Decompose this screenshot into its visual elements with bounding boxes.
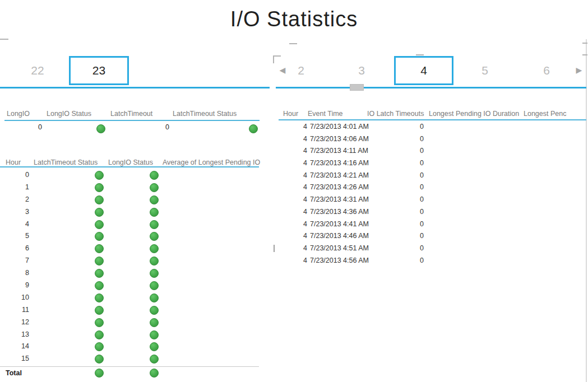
io-latch-timeouts-cell: 0: [391, 243, 424, 255]
table-row[interactable]: 9: [0, 279, 259, 292]
column-header-latchtimeout[interactable]: LatchTimeout: [110, 110, 152, 118]
column-header-hour[interactable]: Hour: [283, 110, 298, 118]
resize-handle-icon: [582, 54, 587, 55]
table-row[interactable]: 47/23/2013 4:36 AM0: [279, 206, 588, 218]
hour-cell: 15: [8, 353, 29, 365]
latchtimeout-status-dot-icon: [95, 183, 104, 192]
page-slicer-item-5[interactable]: 5: [472, 63, 498, 78]
latchtimeout-status-dot-icon: [95, 294, 104, 302]
table-row[interactable]: 15: [0, 353, 259, 365]
event-time-cell: 7/23/2013 4:11 AM: [310, 145, 368, 157]
longio-status-dot-icon: [150, 330, 159, 339]
page-slicer-item-4-selected[interactable]: 4: [394, 56, 453, 85]
column-header-latchtimeout-status[interactable]: LatchTimeout Status: [173, 110, 237, 118]
table-row[interactable]: 47/23/2013 4:11 AM0: [279, 145, 588, 157]
resize-handle-icon: [582, 43, 587, 44]
hour-cell: 4: [290, 145, 307, 157]
latchtimeout-status-dot-icon: [95, 342, 104, 351]
table-row[interactable]: 47/23/2013 4:41 AM0: [279, 218, 588, 231]
table-row[interactable]: 47/23/2013 4:06 AM0: [279, 133, 588, 146]
io-latch-timeouts-cell: 0: [391, 157, 424, 170]
hour-slicer-item-22[interactable]: 22: [25, 63, 50, 78]
table-row[interactable]: 47/23/2013 4:46 AM0: [279, 230, 588, 243]
table-row[interactable]: 5: [0, 230, 259, 243]
latchtimeout-status-dot-icon: [95, 355, 104, 364]
table-row[interactable]: 0: [0, 169, 259, 181]
header-underline: [4, 120, 260, 121]
page-slicer-item-3[interactable]: 3: [349, 63, 374, 78]
table-row[interactable]: 11: [0, 304, 259, 316]
event-time-cell: 7/23/2013 4:16 AM: [310, 157, 369, 170]
longio-status-dot-icon: [150, 342, 159, 351]
latchtimeout-status-dot-icon: [95, 281, 104, 290]
table-row[interactable]: 47/23/2013 4:31 AM0: [279, 194, 588, 206]
page-slicer-item-2[interactable]: 2: [288, 63, 314, 78]
table-row[interactable]: 13: [0, 329, 259, 341]
longio-status-dot-icon: [150, 195, 159, 204]
table-row[interactable]: 47/23/2013 4:26 AM0: [279, 181, 588, 194]
hour-slicer-track: [0, 87, 270, 88]
event-time-cell: 7/23/2013 4:01 AM: [310, 121, 369, 133]
table-row[interactable]: 47/23/2013 4:56 AM0: [279, 255, 588, 267]
hour-slicer-item-23-selected[interactable]: 23: [69, 56, 129, 85]
table-row[interactable]: 7: [0, 255, 259, 267]
hour-cell: 4: [290, 170, 307, 182]
slicer-next-arrow-icon[interactable]: ▶: [574, 64, 584, 76]
total-row[interactable]: Total: [0, 367, 259, 379]
event-time-cell: 7/23/2013 4:31 AM: [310, 194, 369, 206]
event-time-cell: 7/23/2013 4:06 AM: [310, 133, 369, 146]
longio-status-dot-icon: [150, 183, 159, 192]
io-latch-timeouts-cell: 0: [391, 194, 424, 206]
hour-cell: 1: [8, 181, 29, 194]
hour-cell: 4: [290, 121, 307, 133]
event-time-cell: 7/23/2013 4:56 AM: [310, 255, 369, 267]
hour-cell: 12: [8, 316, 29, 329]
table-row[interactable]: 47/23/2013 4:16 AM0: [279, 157, 588, 170]
table-row[interactable]: 2: [0, 194, 259, 206]
table-row[interactable]: 4: [0, 218, 259, 231]
latchtimeout-status-dot-icon: [95, 220, 104, 229]
column-header-longio-status[interactable]: LongIO Status: [47, 110, 91, 118]
column-header-event-time[interactable]: Event Time: [308, 110, 343, 118]
table-row[interactable]: 6: [0, 243, 259, 255]
io-latch-timeouts-cell: 0: [391, 145, 424, 157]
latchtimeout-status-dot-icon: [95, 369, 104, 378]
hour-cell: 4: [290, 181, 307, 194]
page-title: I/O Statistics: [0, 7, 588, 31]
hour-cell: 4: [290, 243, 307, 255]
longio-status-dot-icon: [150, 281, 159, 290]
slicer-scrollbar-thumb[interactable]: [350, 84, 364, 91]
longio-value: 0: [22, 123, 42, 131]
column-header-longio[interactable]: LongIO: [7, 110, 30, 118]
hour-cell: 5: [8, 230, 29, 243]
table-row[interactable]: 1: [0, 181, 259, 194]
slicer-prev-arrow-icon[interactable]: ◀: [277, 64, 288, 76]
longio-status-dot-icon: [150, 244, 159, 253]
hour-cell: 3: [8, 206, 29, 218]
dashboard-canvas: I/O Statistics 22 23 ◀ 2 3 4 5 6 ▶ LongI…: [0, 0, 588, 382]
table-row[interactable]: 47/23/2013 4:51 AM0: [279, 243, 588, 255]
hour-cell: 4: [290, 218, 307, 231]
column-header-avg-longest-pending-io[interactable]: Average of Longest Pending IO: [163, 159, 260, 166]
column-header-hour[interactable]: Hour: [6, 159, 21, 166]
longio-status-dot-icon: [150, 171, 159, 180]
column-header-longest-pending-io-duration[interactable]: Longest Pending IO Duration: [429, 110, 519, 118]
table-row[interactable]: 3: [0, 206, 259, 218]
io-latch-timeouts-cell: 0: [391, 121, 424, 133]
table-row[interactable]: 12: [0, 316, 259, 329]
table-row[interactable]: 47/23/2013 4:21 AM0: [279, 170, 588, 182]
table-row[interactable]: 10: [0, 292, 259, 304]
column-header-io-latch-timeouts[interactable]: IO Latch Timeouts: [367, 110, 424, 118]
io-latch-timeouts-cell: 0: [391, 181, 424, 194]
table-row[interactable]: 8: [0, 267, 259, 279]
column-header-longest-pending-truncated[interactable]: Longest Penc: [524, 110, 566, 118]
resize-handle-icon: [0, 39, 8, 40]
table-row[interactable]: 47/23/2013 4:01 AM0: [279, 121, 588, 133]
column-header-longio-status[interactable]: LongIO Status: [108, 159, 153, 166]
column-header-latchtimeout-status[interactable]: LatchTimeout Status: [34, 159, 98, 166]
resize-handle-icon: [289, 43, 297, 44]
page-slicer-track: [276, 87, 586, 88]
table-row[interactable]: 14: [0, 341, 259, 353]
latchtimeout-status-dot-icon: [95, 257, 104, 265]
page-slicer-item-6[interactable]: 6: [534, 63, 559, 78]
